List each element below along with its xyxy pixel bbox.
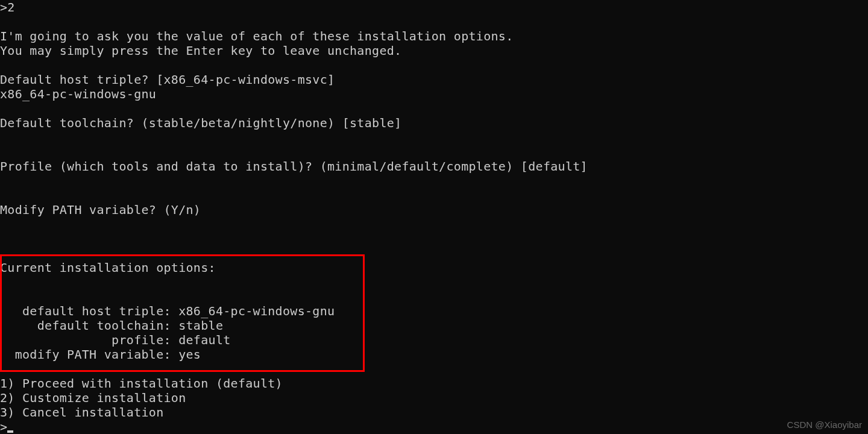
intro-line-1: I'm going to ask you the value of each o… xyxy=(0,29,514,43)
watermark-text: CSDN @Xiaoyibar xyxy=(787,420,862,430)
terminal-output[interactable]: >2 I'm going to ask you the value of eac… xyxy=(0,0,868,434)
menu-option-1: 1) Proceed with installation (default) xyxy=(0,376,283,391)
path-prompt: Modify PATH variable? (Y/n) xyxy=(0,203,201,217)
final-prompt: > xyxy=(0,420,7,434)
intro-line-2: You may simply press the Enter key to le… xyxy=(0,43,401,58)
toolchain-prompt: Default toolchain? (stable/beta/nightly/… xyxy=(0,116,401,130)
prompt-input-line: >2 xyxy=(0,0,15,14)
host-triple-answer: x86_64-pc-windows-gnu xyxy=(0,87,156,101)
cursor-icon xyxy=(7,430,13,433)
options-header: Current installation options: xyxy=(0,260,216,275)
menu-option-2: 2) Customize installation xyxy=(0,391,186,405)
profile-prompt: Profile (which tools and data to install… xyxy=(0,159,588,174)
option-profile: profile: default xyxy=(0,333,231,347)
option-host-triple: default host triple: x86_64-pc-windows-g… xyxy=(0,304,335,318)
option-toolchain: default toolchain: stable xyxy=(0,318,223,333)
host-triple-prompt: Default host triple? [x86_64-pc-windows-… xyxy=(0,72,335,87)
option-path: modify PATH variable: yes xyxy=(0,347,201,362)
menu-option-3: 3) Cancel installation xyxy=(0,405,164,420)
